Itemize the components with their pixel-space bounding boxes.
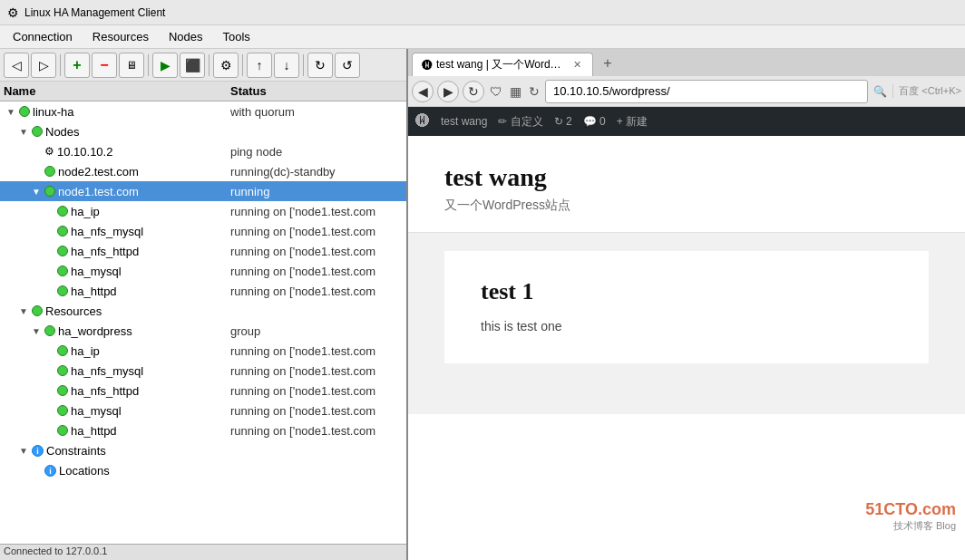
status-text: Connected to 127.0.0.1 <box>4 546 107 556</box>
menu-connection[interactable]: Connection <box>4 27 82 46</box>
expand-arrow-icon: ▼ <box>5 107 16 117</box>
wp-logo[interactable]: 🅦 <box>415 113 430 130</box>
undo-button[interactable]: ↺ <box>335 53 360 78</box>
tree-row-label: ha_httpd <box>71 424 117 438</box>
tree-row[interactable]: ▼Nodes <box>0 121 406 141</box>
tree-row[interactable]: ha_httpdrunning on ['node1.test.com <box>0 281 406 301</box>
status-dot-green <box>57 405 68 416</box>
expand-arrow-icon: ▼ <box>31 326 42 336</box>
tree-row[interactable]: ha_iprunning on ['node1.test.com <box>0 341 406 361</box>
tree-row-label: ha_nfs_mysql <box>71 225 143 238</box>
tree-table: Name Status ▼linux-hawith quorum▼Nodes⚙1… <box>0 82 406 544</box>
article-body: this is test one <box>481 316 892 336</box>
tree-row-label: 10.10.10.2 <box>57 145 112 159</box>
status-dot-green <box>19 106 30 117</box>
reload-icon: ↻ <box>527 82 541 101</box>
tree-header: Name Status <box>0 82 406 101</box>
wp-customize[interactable]: ✏ 自定义 <box>498 114 542 130</box>
new-tab-button[interactable]: + <box>597 53 619 74</box>
tree-row-label: ha_nfs_httpd <box>71 245 139 258</box>
tree-row[interactable]: ha_mysqlrunning on ['node1.test.com <box>0 401 406 420</box>
grid-icon: ▦ <box>508 82 523 101</box>
tree-row[interactable]: ha_nfs_httpdrunning on ['node1.test.com <box>0 241 406 261</box>
up-button[interactable]: ↑ <box>247 53 272 78</box>
tree-row[interactable]: ▼ha_wordpressgroup <box>0 321 406 341</box>
menu-resources[interactable]: Resources <box>83 27 158 46</box>
tree-row-label: ha_wordpress <box>58 324 132 338</box>
wp-new-label: + 新建 <box>617 114 648 130</box>
tab-close-button[interactable]: ✕ <box>571 59 583 71</box>
tree-row[interactable]: ha_mysqlrunning on ['node1.test.com <box>0 261 406 281</box>
tree-row[interactable]: ▼linux-hawith quorum <box>0 101 406 121</box>
refresh-button[interactable]: ↻ <box>307 53 333 78</box>
wp-site-name[interactable]: test wang <box>441 115 487 128</box>
back-button[interactable]: ◁ <box>4 53 29 78</box>
tree-row-status: running on ['node1.test.com <box>230 285 403 298</box>
tree-row-label: ha_ip <box>71 205 100 218</box>
tree-row-status: ping node <box>230 145 403 159</box>
start-button[interactable]: ▶ <box>152 53 178 78</box>
status-dot-green <box>57 246 68 256</box>
tree-row[interactable]: ▼iConstraints <box>0 440 406 460</box>
browser-forward-button[interactable]: ▶ <box>437 81 459 102</box>
toolbar: ◁ ▷ + − 🖥 ▶ ⬛ ⚙ ↑ ↓ ↻ ↺ <box>0 49 406 82</box>
tree-row-status: running on ['node1.test.com <box>230 424 403 438</box>
add-button[interactable]: + <box>64 53 90 78</box>
tree-row-status: running on ['node1.test.com <box>230 404 403 418</box>
tree-row-label: linux-ha <box>33 105 74 119</box>
status-dot-green <box>57 345 68 356</box>
tree-row[interactable]: ha_nfs_mysqlrunning on ['node1.test.com <box>0 361 406 381</box>
tree-row-label: node2.test.com <box>58 165 139 179</box>
status-dot-green <box>57 385 68 396</box>
tree-row[interactable]: ha_httpdrunning on ['node1.test.com <box>0 420 406 440</box>
monitor-button[interactable]: 🖥 <box>119 53 144 78</box>
article-title: test 1 <box>481 278 892 305</box>
status-dot-green <box>44 166 55 177</box>
col-header-status: Status <box>230 84 403 98</box>
tree-row[interactable]: ha_nfs_mysqlrunning on ['node1.test.com <box>0 221 406 241</box>
wp-comments[interactable]: 💬 0 <box>583 115 606 128</box>
tree-row[interactable]: ⚙10.10.10.2ping node <box>0 141 406 161</box>
title-bar: ⚙ Linux HA Management Client <box>0 0 965 25</box>
wp-comments-label: 💬 0 <box>583 115 606 128</box>
browser-refresh-button[interactable]: ↻ <box>463 81 484 102</box>
forward-button[interactable]: ▷ <box>31 53 56 78</box>
wp-content: test wang 又一个WordPress站点 test 1 this is … <box>408 136 965 560</box>
menu-nodes[interactable]: Nodes <box>160 27 212 46</box>
tree-row-status: running on ['node1.test.com <box>230 265 403 278</box>
wp-updates[interactable]: ↻ 2 <box>554 115 572 128</box>
site-title: test wang <box>444 163 929 192</box>
wp-new[interactable]: + 新建 <box>617 114 648 130</box>
tree-row[interactable]: node2.test.comrunning(dc)-standby <box>0 161 406 181</box>
site-subtitle: 又一个WordPress站点 <box>444 198 929 214</box>
status-dot-info: i <box>32 445 44 457</box>
menu-tools[interactable]: Tools <box>214 27 259 46</box>
status-dot-green <box>57 226 68 237</box>
remove-button[interactable]: − <box>92 53 117 78</box>
sep5 <box>303 54 304 76</box>
address-bar-input[interactable] <box>545 80 868 103</box>
watermark-logo: 51CTO.com <box>865 500 956 519</box>
right-panel: 🅦 test wang | 又一个WordPress... ✕ + ◀ ▶ ↻ … <box>408 49 965 560</box>
stop-button[interactable]: ⬛ <box>180 53 205 78</box>
tree-row[interactable]: ha_iprunning on ['node1.test.com <box>0 201 406 221</box>
wp-article: test 1 this is test one <box>444 251 929 363</box>
tree-row-status: with quorum <box>230 105 403 119</box>
app-title: Linux HA Management Client <box>24 6 165 19</box>
wp-toolbar: 🅦 test wang ✏ 自定义 ↻ 2 💬 0 + 新建 <box>408 107 965 136</box>
tree-row[interactable]: ▼Resources <box>0 301 406 321</box>
down-button[interactable]: ↓ <box>274 53 299 78</box>
config-button[interactable]: ⚙ <box>213 53 239 78</box>
expand-arrow-icon: ▼ <box>18 127 29 137</box>
browser-back-button[interactable]: ◀ <box>412 81 434 102</box>
tree-row[interactable]: iLocations <box>0 460 406 480</box>
col-header-name: Name <box>4 84 230 98</box>
tree-row[interactable]: ha_nfs_httpdrunning on ['node1.test.com <box>0 381 406 401</box>
tree-row-status: running on ['node1.test.com <box>230 245 403 258</box>
tree-row[interactable]: ▼node1.test.comrunning <box>0 181 406 201</box>
shield-icon: 🛡 <box>488 82 504 101</box>
browser-tab-active[interactable]: 🅦 test wang | 又一个WordPress... ✕ <box>412 53 593 76</box>
expand-arrow-icon: ▼ <box>18 306 29 316</box>
watermark-sub: 技术博客 Blog <box>893 519 956 533</box>
tree-row-status: running on ['node1.test.com <box>230 364 403 378</box>
